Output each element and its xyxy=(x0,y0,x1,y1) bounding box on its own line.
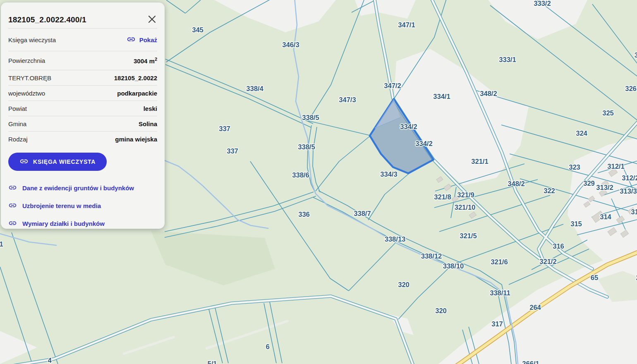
parcel-label: 324 xyxy=(576,129,587,137)
parcel-label: 334/2 xyxy=(415,140,432,147)
parcel-label: 325 xyxy=(602,109,614,117)
link-ewidencja[interactable]: Dane z ewidencji gruntów i budynków xyxy=(8,179,157,197)
parcel-label: 32 xyxy=(635,51,637,59)
link-icon xyxy=(8,201,17,211)
parcel-label: 338/7 xyxy=(354,210,371,217)
parcel-label: 338/4 xyxy=(246,85,263,92)
parcel-label: 321/5 xyxy=(460,232,477,239)
parcel-label: 6 xyxy=(266,343,269,350)
row-label: Gmina xyxy=(8,120,26,127)
app-window: 345346/3347/1333/2338/4347/2334/1333/134… xyxy=(0,0,637,364)
parcel-label: 314 xyxy=(600,213,611,220)
pokaz-label: Pokaż xyxy=(139,36,157,43)
panel-links: Dane z ewidencji gruntów i budynków Uzbr… xyxy=(8,179,157,232)
parcel-label: 320 xyxy=(398,281,410,288)
row-label: Powierzchnia xyxy=(8,57,45,64)
row-ksiega-wieczysta: Księga wieczysta Pokaż xyxy=(8,29,157,51)
parcel-label: 338/5 xyxy=(298,143,315,151)
link-icon xyxy=(8,219,17,229)
link-icon xyxy=(19,157,29,167)
parcel-label: 322 xyxy=(544,187,555,194)
parcel-label: 347/3 xyxy=(339,96,356,103)
parcel-label: 317 xyxy=(491,320,503,328)
parcel-label: 4 xyxy=(48,357,52,364)
parcel-label: 347/2 xyxy=(384,82,401,89)
row-label: TERYT.OBRĘB xyxy=(8,74,51,81)
parcel-label: 315 xyxy=(570,220,582,228)
button-label: KSIĘGA WIECZYSTA xyxy=(33,158,96,165)
row-powiat: Powiat leski xyxy=(8,101,157,116)
parcel-label: 338/5 xyxy=(302,114,319,121)
parcel-label: 313/3 xyxy=(620,187,637,195)
parcel-label: 338/10 xyxy=(443,262,464,270)
parcel-label: 337 xyxy=(227,147,238,155)
parcel-info-panel: 182105_2.0022.400/1 Księga wieczysta xyxy=(1,2,165,229)
row-powierzchnia: Powierzchnia 3004 m2 xyxy=(8,51,157,70)
link-wymiary[interactable]: Wymiary działki i budynków xyxy=(8,215,157,232)
parcel-label: 338/6 xyxy=(292,171,309,179)
parcel-label: 312/2 xyxy=(622,174,637,182)
parcel-label: 320 xyxy=(435,307,447,314)
link-label: Dane z ewidencji gruntów i budynków xyxy=(22,184,134,192)
row-label: Rodzaj xyxy=(8,136,28,143)
parcel-label: 338/12 xyxy=(421,252,442,260)
parcel-label: 333/1 xyxy=(499,56,516,63)
parcel-label: 321/6 xyxy=(491,258,508,266)
row-label: Księga wieczysta xyxy=(8,36,56,43)
parcel-label: 5/1 xyxy=(208,360,217,364)
parcel-label: 337 xyxy=(219,125,230,132)
row-wojewodztwo: województwo podkarpackie xyxy=(8,86,157,101)
parcel-label: 345 xyxy=(192,26,204,34)
panel-title: 182105_2.0022.400/1 xyxy=(8,15,86,24)
row-value: gmina wiejska xyxy=(115,136,157,143)
close-button[interactable] xyxy=(146,14,157,25)
parcel-label: 347/1 xyxy=(398,21,415,29)
row-label: Powiat xyxy=(8,105,27,112)
row-rodzaj: Rodzaj gmina wiejska xyxy=(8,132,157,146)
parcel-label: 264 xyxy=(529,304,541,311)
link-icon xyxy=(8,183,17,193)
parcel-label: 333/2 xyxy=(534,0,551,7)
parcel-label: 316 xyxy=(553,242,564,250)
parcel-label: 266/1 xyxy=(522,360,539,364)
parcel-label: 338/11 xyxy=(490,289,510,297)
row-label: województwo xyxy=(8,90,45,97)
parcel-label: 312/1 xyxy=(607,163,624,170)
row-value: 3004 m2 xyxy=(134,57,157,65)
parcel-label: 323 xyxy=(569,163,580,171)
row-value: Solina xyxy=(139,120,157,127)
parcel-label: 313/4 xyxy=(631,208,637,216)
parcel-label: 329 xyxy=(583,180,595,187)
parcel-label: 321/8 xyxy=(434,193,451,201)
row-value: 182105_2.0022 xyxy=(114,74,157,81)
ksiega-wieczysta-button[interactable]: KSIĘGA WIECZYSTA xyxy=(8,153,107,171)
parcel-label: 334/1 xyxy=(433,93,450,100)
parcel-label: 334/3 xyxy=(380,170,397,178)
parcel-label: 321/2 xyxy=(539,258,556,265)
row-value: leski xyxy=(144,105,157,112)
parcel-label: 321/10 xyxy=(455,204,475,211)
link-label: Uzbrojenie terenu w media xyxy=(22,202,101,209)
row-teryt-obreb: TERYT.OBRĘB 182105_2.0022 xyxy=(8,70,157,86)
pokaz-link[interactable]: Pokaż xyxy=(127,35,157,45)
parcel-label: 334/2 xyxy=(400,123,417,130)
parcel-label: 326 xyxy=(625,85,637,92)
parcel-label: 313/2 xyxy=(596,184,613,191)
row-value: podkarpackie xyxy=(117,90,157,97)
parcel-label: 336 xyxy=(298,211,310,218)
link-uzbrojenie[interactable]: Uzbrojenie terenu w media xyxy=(8,197,157,215)
row-gmina: Gmina Solina xyxy=(8,116,157,132)
parcel-label: 348/2 xyxy=(508,180,524,187)
parcel-label: 348/2 xyxy=(480,90,497,97)
parcel-label: 338/13 xyxy=(385,235,405,243)
parcel-label: 1 xyxy=(0,240,3,248)
parcel-label: 346/3 xyxy=(282,41,299,48)
link-icon xyxy=(127,35,136,45)
parcel-label: 321/1 xyxy=(471,158,488,165)
parcel-label: 321/9 xyxy=(457,191,474,199)
link-label: Wymiary działki i budynków xyxy=(22,220,105,227)
close-icon xyxy=(148,15,156,25)
parcel-label: 65 xyxy=(591,274,598,281)
